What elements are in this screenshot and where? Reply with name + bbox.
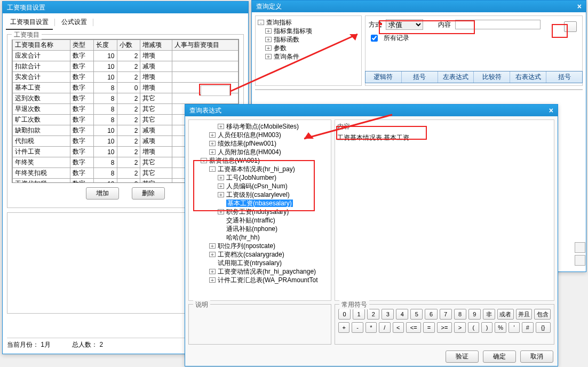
tree-item[interactable]: +人员编码(cPsn_Num): [190, 182, 330, 190]
tree-item[interactable]: 交通补贴(ntraffic): [190, 216, 330, 225]
symbol-button[interactable]: ): [481, 322, 492, 333]
symbol-button[interactable]: 6: [425, 309, 437, 320]
tree-item[interactable]: -工资基本情况表(hr_hi_pay): [190, 165, 330, 173]
tree-item[interactable]: 通讯补贴(nphone): [190, 225, 330, 233]
ok-button[interactable]: 确定: [483, 350, 516, 363]
tree-item[interactable]: +移动考勤点(cMobileSites): [190, 122, 330, 131]
symbol-button[interactable]: >: [454, 322, 465, 333]
query-expression-window: 查询表达式 × +移动考勤点(cMobileSites)+人员任职信息(HM00…: [185, 104, 558, 366]
tree-item[interactable]: +人员任职信息(HM003): [190, 131, 330, 139]
side-btn-2[interactable]: [575, 255, 585, 266]
symbol-button[interactable]: (: [468, 322, 479, 333]
grid-header-cell[interactable]: 括号: [546, 71, 582, 83]
tree-item[interactable]: +职务工资(ndutysalary): [190, 208, 330, 216]
symbol-button[interactable]: 2: [367, 309, 379, 320]
symbol-button[interactable]: 8: [454, 309, 466, 320]
symbol-button[interactable]: 4: [396, 309, 408, 320]
tab-formula[interactable]: 公式设置: [57, 15, 91, 29]
condition-grid[interactable]: 逻辑符括号左表达式比较符右表达式括号: [365, 71, 583, 86]
table-header: 人事与薪资项目: [172, 40, 239, 51]
desc-label: 说明: [193, 300, 210, 309]
symbol-button[interactable]: -: [352, 322, 363, 333]
symbol-button[interactable]: *: [365, 322, 377, 333]
tree-item[interactable]: 哈哈(hr_hh): [190, 233, 330, 242]
win3-titlebar: 查询表达式 ×: [185, 105, 558, 116]
win2-title: 查询定义: [256, 1, 282, 12]
tree-item[interactable]: +工号(JobNumber): [190, 173, 330, 182]
table-header: 增减项: [140, 40, 172, 51]
tree-item[interactable]: +工资档次(csalarygrade): [190, 250, 330, 259]
grid-header-cell[interactable]: 比较符: [474, 71, 510, 83]
symbol-button[interactable]: 5: [410, 309, 423, 320]
tree-item[interactable]: +参数: [258, 44, 359, 52]
condition-datagrid[interactable]: [255, 89, 583, 90]
tree-item[interactable]: +指标集指标项: [258, 27, 359, 35]
tree-item[interactable]: +工资级别(csalarylevel): [190, 190, 330, 199]
tree-item[interactable]: +工资变动情况表(hr_hi_paychange): [190, 267, 330, 276]
cell-editor[interactable]: [201, 85, 230, 96]
tree-item[interactable]: 基本工资(nbasesalary): [190, 199, 330, 208]
symbol-button[interactable]: ': [508, 322, 520, 333]
tree-item[interactable]: +计件工资汇总表(WA_PRAmountTot: [190, 276, 330, 284]
symbol-button[interactable]: 并且: [516, 309, 533, 320]
symbol-button[interactable]: 9: [468, 309, 481, 320]
table-header: 小数: [117, 40, 140, 51]
grid-header-cell[interactable]: 左表达式: [438, 71, 474, 83]
symbol-button[interactable]: 7: [440, 309, 452, 320]
tree-item[interactable]: +指标函数: [258, 35, 359, 44]
symbol-button[interactable]: =: [423, 322, 434, 333]
symbol-button[interactable]: <: [393, 322, 404, 333]
symbol-button[interactable]: 包含: [534, 309, 551, 320]
symbol-button[interactable]: >=: [437, 322, 452, 333]
tree-item[interactable]: +绩效结果(pfNew001): [190, 139, 330, 148]
symbol-button[interactable]: 非: [483, 309, 495, 320]
expr-value: 工资基本情况表.基本工资: [337, 133, 552, 142]
symbol-button[interactable]: 或者: [497, 309, 514, 320]
description-box: 说明: [188, 304, 331, 345]
table-row[interactable]: 应发合计数字102增项: [13, 51, 239, 61]
tree-item[interactable]: 试用期工资(ntrysalary): [190, 259, 330, 267]
win3-title: 查询表达式: [189, 105, 221, 116]
win1-tabs: 工资项目设置 公式设置: [3, 13, 248, 30]
cancel-button[interactable]: 取消: [520, 350, 553, 363]
tree-item[interactable]: +职位序列(npostcate): [190, 242, 330, 250]
all-records-checkbox[interactable]: [371, 35, 378, 42]
tree-item[interactable]: -薪资信息(WA001): [190, 156, 330, 165]
symbol-button[interactable]: <=: [406, 322, 421, 333]
table-row[interactable]: 实发合计数字102增项: [13, 72, 239, 83]
grid-header-cell[interactable]: 括号: [402, 71, 438, 83]
validate-button[interactable]: 验证: [446, 350, 479, 363]
win2-close-icon[interactable]: ×: [577, 1, 582, 12]
current-month: 当前月份： 1月: [7, 340, 51, 349]
symbol-button[interactable]: /: [379, 322, 390, 333]
table-row[interactable]: 扣款合计数字102减项: [13, 61, 239, 72]
mode-select[interactable]: 求值: [386, 19, 423, 30]
tree-item[interactable]: +查询条件: [258, 52, 359, 61]
tab-salary-items[interactable]: 工资项目设置: [6, 15, 53, 30]
content-input[interactable]: [455, 20, 541, 29]
symbol-button[interactable]: 3: [382, 309, 394, 320]
grid-header-cell[interactable]: 右表达式: [510, 71, 546, 83]
add-button[interactable]: 增加: [86, 187, 119, 200]
symbol-button[interactable]: #: [522, 322, 533, 333]
delete-button[interactable]: 删除: [132, 187, 165, 200]
all-records-label: 所有记录: [384, 34, 409, 43]
win1-title: 工资项目设置: [7, 2, 45, 13]
tree-item[interactable]: -查询指标: [258, 18, 359, 27]
side-panel-buttons: [575, 242, 585, 266]
symbol-button[interactable]: {}: [536, 322, 551, 333]
symbol-button[interactable]: %: [495, 322, 506, 333]
side-btn-1[interactable]: [575, 242, 585, 253]
query-indicator-tree[interactable]: -查询指标+指标集指标项+指标函数+参数+查询条件: [255, 15, 362, 86]
symbol-button[interactable]: +: [338, 322, 349, 333]
symbols-box: 常用符号 0123456789非或者并且包含 +-*/<<==>=>()%'#{…: [335, 304, 554, 345]
grid-header-cell[interactable]: 逻辑符: [365, 71, 402, 83]
expression-tree[interactable]: +移动考勤点(cMobileSites)+人员任职信息(HM003)+绩效结果(…: [188, 119, 331, 301]
symbol-button[interactable]: 1: [353, 309, 365, 320]
win3-close-icon[interactable]: ×: [549, 105, 553, 116]
content-picker-button[interactable]: [564, 21, 577, 32]
tree-item[interactable]: +人员附加信息(HM004): [190, 148, 330, 156]
symbol-button[interactable]: 0: [338, 309, 351, 320]
total-count: 总人数： 2: [72, 340, 103, 349]
expression-content-box[interactable]: 内容 工资基本情况表.基本工资: [335, 119, 554, 301]
